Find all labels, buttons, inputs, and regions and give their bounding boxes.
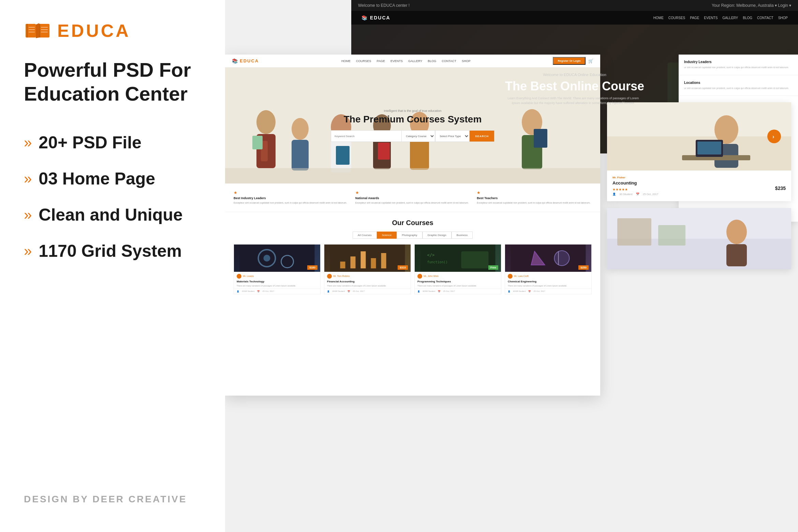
course-title-1: Financial Accounting <box>324 279 411 284</box>
chevron-icon-home: » <box>24 172 32 186</box>
side-card-accounting: › Mr. Fisher Accounting ★★★★★ 👤 30 Stude… <box>607 102 791 201</box>
course-date-side: 25 Oct, 2017 <box>643 193 659 196</box>
feature-item-psd: » 20+ PSD File <box>24 133 201 152</box>
svg-rect-40 <box>225 168 600 183</box>
svg-rect-28 <box>292 140 309 171</box>
instructor-name-1: Mr. Tom Robins <box>333 275 350 277</box>
course-date-1: 25 Oct, 2017 <box>353 290 364 292</box>
course-title-0: Materials Technology <box>234 279 320 284</box>
teachers-desc: Excepteur sint occaecat cupidatat non pr… <box>477 201 592 205</box>
topbar-right: Your Region: Melbourne, Australia ▾ Logi… <box>712 3 791 8</box>
svg-rect-39 <box>534 129 547 148</box>
side-card-header-2 <box>607 208 791 269</box>
instructor-avatar-2 <box>417 274 422 279</box>
course-price-3: $250 <box>578 265 589 270</box>
feature-text-home: 03 Home Page <box>39 169 155 189</box>
svg-rect-49 <box>371 258 376 268</box>
side-card-stars: ★★★★★ <box>612 188 659 191</box>
course-desc-1: There are many variations of passages of… <box>324 284 411 289</box>
tab-all-courses[interactable]: All Courses <box>353 232 377 239</box>
leaders-icon: ★ <box>234 190 349 195</box>
teachers-icon: ★ <box>477 190 592 195</box>
side-card-body-1: Mr. Fisher Accounting ★★★★★ 👤 30 Student… <box>607 171 791 201</box>
students-count-0: 20/98 Student <box>242 290 254 292</box>
instructor-name-2: Mr. John Wick <box>424 275 439 277</box>
keyword-search-input[interactable] <box>331 131 401 142</box>
svg-text:function(): function() <box>427 260 448 264</box>
features-row: ★ Best Industry Leaders Excepteur sint o… <box>225 183 600 212</box>
svg-point-43 <box>264 255 270 262</box>
students-count-1: 30/98 Student <box>332 290 345 292</box>
svg-rect-41 <box>240 245 315 272</box>
side-card-meta: 👤 30 Student 📅 25 Oct, 2017 <box>612 193 659 196</box>
course-meta-0: 👤 20/98 Student 📅 25 Oct, 2017 <box>234 289 320 294</box>
cart-icon[interactable]: 🛒 <box>588 59 593 63</box>
svg-rect-69 <box>617 218 651 246</box>
svg-rect-2 <box>39 24 49 38</box>
students-count-2: 30/98 Student <box>423 290 435 292</box>
svg-rect-46 <box>340 262 345 268</box>
preview-light: 📚 EDUCA HOME COURSES PAGE EVENTS GALLERY… <box>225 55 600 396</box>
light-logo-icon: 📚 <box>232 58 238 64</box>
chevron-icon-clean: » <box>24 208 32 222</box>
students-count-3: 30/98 Student <box>513 290 526 292</box>
tab-graphic-design[interactable]: Graphic Design <box>423 232 452 239</box>
industry-text-1: ur sint occaecat cupidatat non proident,… <box>684 66 793 70</box>
price-select[interactable]: Select Price Type <box>435 131 470 142</box>
instructor-avatar-1 <box>327 274 332 279</box>
register-button[interactable]: Register Or Login <box>553 57 586 65</box>
student-count: 30 Student <box>619 193 633 196</box>
book-icon <box>24 20 51 41</box>
tab-business[interactable]: Business <box>452 232 473 239</box>
course-date-2: 25 Oct, 2017 <box>443 290 455 292</box>
feature-card-teachers: ★ Best Teachers Excepteur sint occaecat … <box>477 190 592 205</box>
svg-point-60 <box>714 115 738 144</box>
industry-title-2: Locations <box>684 81 793 85</box>
course-thumb-3: $250 <box>505 245 591 272</box>
svg-point-56 <box>555 251 570 266</box>
feature-text-grid: 1170 Grid System <box>39 241 182 261</box>
svg-text:</>: </> <box>427 253 435 257</box>
date-icon-0: 📅 <box>257 290 260 293</box>
industry-section-leaders: Industry Leaders ur sint occaecat cupida… <box>679 55 798 75</box>
svg-text:›: › <box>772 134 774 139</box>
category-select[interactable]: Category Course <box>401 131 435 142</box>
svg-rect-31 <box>336 146 350 165</box>
course-price-1: $310 <box>398 265 408 270</box>
course-instructor-3: Mr. Lara Croft <box>505 272 591 279</box>
course-search-bar: Category Course Select Price Type SEARCH <box>331 130 494 142</box>
date-icon-side: 📅 <box>636 193 639 196</box>
chevron-icon-grid: » <box>24 244 32 258</box>
awards-title: National Awards <box>355 196 470 200</box>
dark-topbar: Welcome to EDUCA center ! Your Region: M… <box>351 0 798 11</box>
side-card-course-title: Accounting <box>612 180 659 186</box>
feature-card-leaders: ★ Best Industry Leaders Excepteur sint o… <box>234 190 349 205</box>
course-date-0: 25 Oct, 2017 <box>262 290 274 292</box>
students-icon-0: 👤 <box>237 290 239 293</box>
tab-science[interactable]: Science <box>377 232 397 239</box>
students-icon-2: 👤 <box>417 290 420 293</box>
course-instructor-1: Mr. Tom Robins <box>324 272 411 279</box>
awards-desc: Excepteur sint occaecat cupidatat non pr… <box>355 201 470 205</box>
course-thumb-2: </> function() Free <box>415 245 501 272</box>
course-title-2: Programming Techniques <box>415 279 501 284</box>
instructor-avatar-0 <box>237 274 241 279</box>
course-meta-3: 👤 30/98 Student 📅 25 Oct, 2017 <box>505 289 591 294</box>
students-icon-3: 👤 <box>508 290 510 293</box>
search-button[interactable]: SEARCH <box>470 131 494 142</box>
feature-list: » 20+ PSD File » 03 Home Page » Clean an… <box>24 133 201 261</box>
course-price-2: Free <box>488 265 498 270</box>
course-thumb-1: $310 <box>324 245 411 272</box>
course-date-3: 25 Oct, 2017 <box>533 290 545 292</box>
course-instructor-2: Mr. John Wick <box>415 272 501 279</box>
svg-rect-50 <box>381 253 386 268</box>
tab-photography[interactable]: Photography <box>397 232 422 239</box>
chevron-icon-psd: » <box>24 135 32 150</box>
dark-nav: 📚 EDUCA HOME COURSES PAGE EVENTS GALLERY… <box>351 11 798 25</box>
course-card-0: $180 Mr. Louies Materials Technology The… <box>234 244 321 294</box>
dark-nav-links: HOME COURSES PAGE EVENTS GALLERY BLOG CO… <box>653 16 788 20</box>
course-desc-3: There are many variations of passages of… <box>505 284 591 289</box>
leaders-desc: Excepteur sint occaecat cupidatat non pr… <box>234 201 349 205</box>
dark-hero-desc: Learn Everything And Connect With The Wo… <box>505 96 641 105</box>
instructor-name-0: Mr. Louies <box>243 275 254 277</box>
